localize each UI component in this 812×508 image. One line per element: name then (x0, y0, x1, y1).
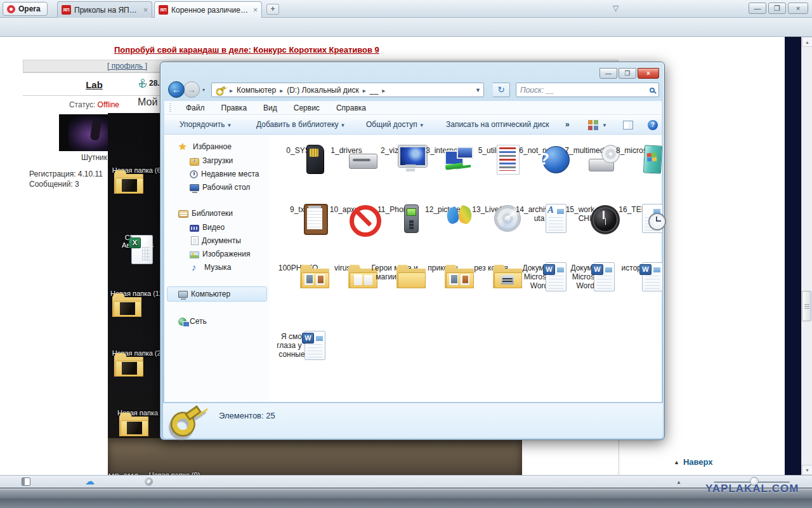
file-item[interactable]: 8_microsoft (612, 144, 660, 155)
panels-toggle-icon[interactable] (22, 478, 30, 486)
file-item[interactable]: viruses (322, 261, 370, 272)
file-item[interactable]: 6_not_need (515, 144, 563, 155)
file-item[interactable]: рез копия (467, 261, 515, 272)
file-item[interactable]: 3_internet (419, 144, 467, 155)
views-icon[interactable] (588, 120, 598, 130)
scroll-up-icon[interactable]: ▲ (802, 37, 812, 47)
explorer-search-box[interactable]: Поиск: __ (516, 83, 659, 97)
file-item[interactable]: 14_archivvorkuta (515, 203, 563, 223)
file-item[interactable]: Документ Microsoft Word (515, 261, 563, 290)
explorer-menu-bar: Файл Правка Вид Сервис Справка (164, 101, 662, 115)
file-item[interactable]: 5_utilits (467, 144, 515, 155)
status-offline: Offline (98, 100, 119, 109)
browser-scrollbar[interactable]: ▲ ▼ (801, 37, 812, 475)
opera-turbo-icon[interactable] (145, 478, 153, 486)
site-watermark: YAPLAKAL.COM (705, 483, 799, 495)
browser-toolbar: ← → ↻ ⌂ Веб www.yaplakal.com/forum2/topi… (0, 18, 812, 37)
file-item[interactable]: 13_LiveCD (467, 203, 515, 214)
organize-button[interactable]: Упорядочить▼ (180, 120, 232, 129)
browser-maximize-button[interactable]: ❒ (768, 3, 786, 14)
sidebar-item-libraries[interactable]: Библиотеки (178, 207, 233, 220)
sidebar-item-computer[interactable]: Компьютер (178, 288, 230, 300)
file-item[interactable]: 15_work_ARCHIV (563, 203, 612, 223)
navigation-pane: Избранное Загрузки Недавние места Рабочи… (164, 135, 270, 402)
file-item[interactable]: 9_txt (274, 203, 322, 214)
views-dropdown-icon[interactable]: ▼ (602, 123, 607, 128)
nav-history-dropdown-icon[interactable]: ▾ (202, 87, 205, 93)
file-item[interactable]: приколы (419, 261, 467, 272)
sidebar-item-downloads[interactable]: Загрузки (190, 154, 233, 167)
burn-button[interactable]: Записать на оптический диск (446, 120, 549, 129)
file-item[interactable]: Документ Microsoft Word1 (563, 261, 612, 290)
file-item[interactable]: 10_архив (322, 203, 370, 214)
add-to-library-button[interactable]: Добавить в библиотеку▼ (256, 120, 345, 129)
file-item[interactable]: 100PHOTO (274, 261, 322, 272)
menu-file[interactable]: Файл (186, 104, 205, 112)
opera-link-cloud-icon[interactable]: ☁ (85, 476, 95, 487)
close-tab-icon[interactable]: × (253, 6, 258, 15)
file-item[interactable]: 16_TEMP (612, 203, 660, 214)
file-item[interactable]: 12_picture (419, 203, 467, 214)
sidebar-item-music[interactable]: Музыка (190, 261, 231, 274)
desktop-icon: Новая папка (11) (110, 290, 165, 297)
tab-korennoe[interactable]: ЯП Коренное различие в.... × (154, 1, 262, 18)
file-item[interactable]: 7_multimedia (563, 144, 612, 155)
breadcrumb-current-folder[interactable]: __ (359, 86, 378, 95)
toolbar-collapse-icon[interactable]: ▽ (613, 4, 619, 13)
profile-link[interactable]: [ профиль ] (107, 62, 147, 70)
explorer-maximize-button[interactable]: ❒ (619, 68, 636, 79)
breadcrumb[interactable]: Компьютер (D:) Локальный диск __ ▼ (211, 83, 484, 97)
tab-pricoly[interactable]: ЯП Приколы на ЯПлакалъ × (57, 1, 152, 18)
share-button[interactable]: Общий доступ▼ (366, 120, 424, 129)
sidebar-item-desktop[interactable]: Рабочий стол (190, 181, 250, 194)
explorer-minimize-button[interactable]: — (599, 68, 617, 79)
file-item[interactable]: 11_Phone (370, 203, 419, 214)
sidebar-item-video[interactable]: Видео (190, 221, 225, 234)
sidebar-item-recent[interactable]: Недавние места (190, 168, 259, 180)
explorer-close-button[interactable]: × (638, 68, 659, 79)
network-icon (178, 318, 187, 326)
scrollbar-thumb[interactable] (802, 291, 811, 321)
menu-tools[interactable]: Сервис (294, 104, 320, 112)
opera-menu-label: Opera (18, 4, 41, 13)
nav-back-button[interactable]: ← (168, 81, 185, 98)
preview-pane-icon[interactable] (623, 121, 633, 130)
fit-width-icon[interactable]: ▲ (676, 479, 681, 485)
file-item[interactable]: Герои меча и магии 3.58 (370, 261, 419, 281)
browser-minimize-button[interactable]: — (749, 3, 766, 14)
file-item[interactable]: истории (612, 261, 660, 272)
browser-close-button[interactable]: × (788, 3, 808, 14)
recent-places-icon (190, 170, 198, 178)
menu-view[interactable]: Вид (263, 104, 277, 112)
help-icon[interactable]: ? (648, 120, 658, 130)
close-tab-icon[interactable]: × (143, 6, 148, 15)
file-item[interactable]: 2_vizual (370, 144, 419, 155)
sidebar-item-network[interactable]: Сеть (178, 315, 207, 328)
contest-topic-link[interactable]: Попробуй свой карандаш в деле: Конкурс К… (114, 45, 379, 55)
documents-icon (191, 236, 199, 245)
menu-help[interactable]: Справка (336, 104, 366, 112)
sidebar-item-documents[interactable]: Документы (190, 234, 241, 247)
sidebar-item-favorites[interactable]: Избранное (178, 140, 232, 153)
breadcrumb-drive-d[interactable]: (D:) Локальный диск (276, 86, 359, 95)
menu-edit[interactable]: Правка (221, 104, 247, 112)
explorer-status-bar: Элементов: 25 (163, 403, 663, 438)
sidebar-item-pictures[interactable]: Изображения (190, 248, 250, 260)
breadcrumb-computer[interactable]: Компьютер (226, 86, 276, 95)
opera-menu-button[interactable]: Opera (3, 2, 48, 16)
up-arrow-icon: ▲ (674, 459, 679, 465)
anchor-icon[interactable] (138, 79, 146, 88)
desktop-icon: Новая папка (2) (110, 349, 165, 357)
refresh-button[interactable]: ↻ (493, 83, 510, 97)
scroll-down-icon[interactable]: ▼ (802, 465, 812, 475)
back-to-top-link[interactable]: ▲ Наверх (674, 457, 713, 467)
nav-forward-button[interactable]: → (183, 81, 200, 98)
desktop-icon: Новая папка (6) (110, 166, 165, 174)
new-tab-button[interactable]: + (266, 4, 279, 15)
command-overflow-icon[interactable]: » (565, 120, 570, 129)
file-item[interactable]: Я смотрю глаза у тебя сонные и... (274, 330, 322, 359)
breadcrumb-dropdown-icon[interactable]: ▼ (475, 87, 481, 93)
file-item[interactable]: 1_drivers (322, 144, 370, 155)
explorer-search-placeholder: Поиск: __ (520, 86, 554, 95)
file-item[interactable]: 0_SYS (274, 144, 322, 155)
